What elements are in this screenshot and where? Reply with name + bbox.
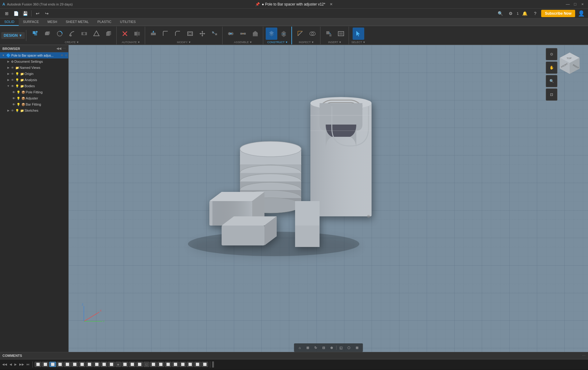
tab-solid[interactable]: SOLID — [0, 18, 19, 26]
interference-button[interactable] — [307, 28, 318, 40]
timeline-feat-22[interactable]: ⬜ — [187, 362, 193, 367]
origin-lightbulb-icon[interactable]: 💡 — [15, 72, 19, 76]
box-button[interactable] — [103, 28, 114, 40]
notifications-button[interactable]: 🔔 — [520, 9, 529, 18]
shell-button[interactable] — [184, 28, 196, 40]
new-component-button[interactable] — [29, 28, 41, 40]
timeline-feat-12[interactable]: ◈ — [115, 362, 121, 367]
search-button[interactable]: 🔍 — [496, 9, 504, 18]
cut-button[interactable] — [119, 28, 131, 40]
bar-fitting-vis-icon[interactable]: 👁 — [12, 103, 15, 106]
ground-button[interactable] — [249, 28, 261, 40]
sketches-lightbulb-icon[interactable]: 💡 — [15, 109, 19, 112]
rigid-joint-button[interactable] — [237, 28, 249, 40]
tab-utilities[interactable]: UTILITIES — [116, 18, 140, 26]
help-button[interactable]: ? — [531, 9, 539, 18]
timeline-feat-4[interactable]: ⬜ — [57, 362, 63, 367]
move-button[interactable] — [197, 28, 208, 40]
bodies-lightbulb-icon[interactable]: 💡 — [15, 84, 19, 88]
timeline-feat-20[interactable]: ⬜ — [172, 362, 179, 367]
analysis-expand[interactable]: ▶ — [6, 78, 10, 81]
midplane-button[interactable] — [278, 28, 290, 40]
joint-button[interactable] — [225, 28, 237, 40]
insert-derive-button[interactable] — [323, 28, 335, 40]
tree-named-views[interactable]: ▶ 👁 📁 Named Views — [0, 65, 68, 71]
close-file-btn[interactable]: ✕ — [330, 2, 333, 6]
tree-analysis[interactable]: ▶ 👁 💡 📁 Analysis — [0, 77, 68, 83]
canvas-button[interactable] — [335, 28, 347, 40]
comments-expand-button[interactable]: ⋯ — [582, 354, 586, 358]
pan-button[interactable]: ✋ — [546, 62, 557, 74]
automate-mirror-button[interactable] — [131, 28, 143, 40]
sweep-button[interactable] — [66, 28, 78, 40]
save-button[interactable]: 💾 — [21, 9, 29, 18]
new-file-button[interactable]: 📄 — [12, 9, 20, 18]
timeline-feat-6[interactable]: ⬜ — [71, 362, 78, 367]
timeline-start-button[interactable]: ◀◀ — [1, 362, 8, 367]
tree-pole-fitting[interactable]: 👁 💡 📦 Pole Fitting — [0, 89, 68, 95]
measure-button[interactable] — [294, 28, 306, 40]
sketches-expand[interactable]: ▶ — [6, 109, 10, 112]
minimize-button[interactable]: — — [565, 1, 571, 7]
timeline-feat-14[interactable]: ⬜ — [129, 362, 136, 367]
timeline-feat-13[interactable]: ⬜ — [122, 362, 128, 367]
orbit-button[interactable]: ⊙ — [546, 48, 557, 60]
display-render-button[interactable]: ◱ — [338, 344, 344, 351]
display-zoom-fit-button[interactable]: ⊕ — [328, 344, 335, 351]
redo-button[interactable]: ↪ — [43, 9, 51, 18]
timeline-feat-8[interactable]: ⬜ — [86, 362, 93, 367]
hole-button[interactable] — [78, 28, 90, 40]
root-visibility-icon[interactable]: 👁 — [60, 53, 64, 58]
tab-sheet-metal[interactable]: SHEET METAL — [62, 18, 93, 26]
display-shading-button[interactable]: ⬡ — [346, 344, 352, 351]
tab-surface[interactable]: SURFACE — [19, 18, 43, 26]
timeline-feat-23[interactable]: ⬜ — [194, 362, 201, 367]
maximize-button[interactable]: □ — [572, 1, 578, 7]
pole-fitting-lightbulb-icon[interactable]: 💡 — [17, 91, 20, 94]
notification-settings-button[interactable]: ⚙ — [506, 9, 515, 18]
tree-adjuster[interactable]: 👁 💡 📦 Adjuster — [0, 95, 68, 101]
viewport[interactable]: X Y Z — [69, 45, 588, 352]
root-settings-icon[interactable]: ⚙ — [64, 53, 68, 58]
extrude-button[interactable] — [42, 28, 53, 40]
bar-fitting-lightbulb-icon[interactable]: 💡 — [17, 103, 20, 106]
display-grid-button[interactable]: ⊞ — [304, 344, 311, 351]
timeline-feat-5[interactable]: ⬜ — [64, 362, 71, 367]
tree-document-settings[interactable]: ▶ ⚙ Document Settings — [0, 58, 68, 65]
sketches-vis-icon[interactable]: 👁 — [11, 109, 14, 112]
timeline-feat-17[interactable]: ⬜ — [150, 362, 157, 367]
tab-mesh[interactable]: MESH — [43, 18, 62, 26]
tree-root-item[interactable]: ▼ 🔷 Pole to Bar spacer with adjus... 👁 ⚙ — [0, 52, 68, 58]
align-button[interactable] — [209, 28, 220, 40]
tree-bodies[interactable]: ▼ 👁 💡 📁 Bodies — [0, 83, 68, 89]
timeline-feat-1[interactable]: ⬜ — [35, 362, 41, 367]
timeline-feat-21[interactable]: ⬜ — [179, 362, 186, 367]
timeline-feat-3[interactable]: ⬜ — [49, 362, 56, 367]
zoom-button[interactable]: 🔍 — [546, 75, 557, 87]
doc-settings-expand[interactable]: ▶ — [6, 60, 10, 63]
analysis-vis-icon[interactable]: 👁 — [11, 78, 14, 82]
named-views-expand[interactable]: ▶ — [6, 66, 10, 69]
display-edge-button[interactable]: ⊞ — [354, 344, 360, 351]
timeline-next-button[interactable]: ▶▶ — [18, 362, 25, 367]
viewcube[interactable]: TOP RIGHT FRONT — [557, 51, 582, 76]
display-home-button[interactable]: ⌂ — [296, 344, 303, 351]
tab-plastic[interactable]: PLASTIC — [93, 18, 116, 26]
select-button[interactable] — [353, 28, 364, 40]
thread-button[interactable] — [91, 28, 102, 40]
origin-vis-icon[interactable]: 👁 — [11, 72, 14, 76]
origin-expand[interactable]: ▶ — [6, 72, 10, 75]
press-pull-button[interactable] — [148, 28, 159, 40]
browser-options-button[interactable]: ⋯ — [62, 47, 66, 50]
adjuster-vis-icon[interactable]: 👁 — [12, 97, 15, 100]
display-fit-button[interactable]: ⊟ — [320, 344, 327, 351]
timeline-feat-15[interactable]: ⬜ — [136, 362, 143, 367]
browser-collapse-button[interactable]: ◀◀ — [56, 47, 61, 50]
fit-button[interactable]: ⊡ — [546, 88, 557, 101]
timeline-end-button[interactable]: ⏭ — [26, 362, 31, 367]
analysis-lightbulb-icon[interactable]: 💡 — [15, 78, 19, 82]
subscribe-button[interactable]: Subscribe Now — [541, 10, 575, 17]
timeline-play-button[interactable]: ▶ — [13, 362, 18, 367]
bodies-expand[interactable]: ▼ — [6, 84, 10, 88]
display-rotation-button[interactable]: ↻ — [312, 344, 319, 351]
